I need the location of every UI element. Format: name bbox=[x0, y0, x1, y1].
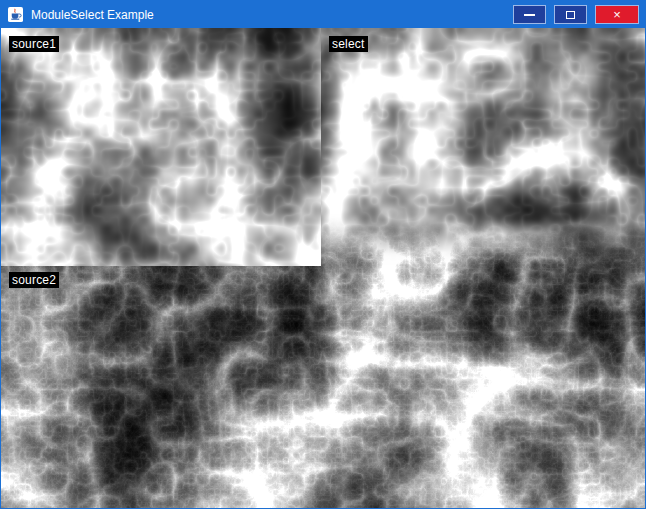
maximize-button[interactable] bbox=[554, 5, 587, 24]
java-coffee-cup-icon bbox=[8, 7, 23, 22]
label-source1: source1 bbox=[9, 36, 59, 52]
minimize-button[interactable] bbox=[513, 5, 546, 24]
window-controls: × bbox=[513, 5, 639, 24]
label-source2: source2 bbox=[9, 272, 59, 288]
noise-image bbox=[1, 28, 645, 509]
noise-viewport: source1 select source2 bbox=[1, 28, 645, 509]
app-window: ModuleSelect Example × source1 select so… bbox=[0, 0, 646, 509]
close-button[interactable]: × bbox=[595, 5, 639, 24]
maximize-icon bbox=[566, 11, 575, 19]
close-icon: × bbox=[613, 8, 621, 21]
minimize-icon bbox=[524, 14, 535, 16]
label-select: select bbox=[329, 36, 368, 52]
window-title: ModuleSelect Example bbox=[31, 8, 513, 22]
titlebar[interactable]: ModuleSelect Example × bbox=[1, 1, 645, 28]
